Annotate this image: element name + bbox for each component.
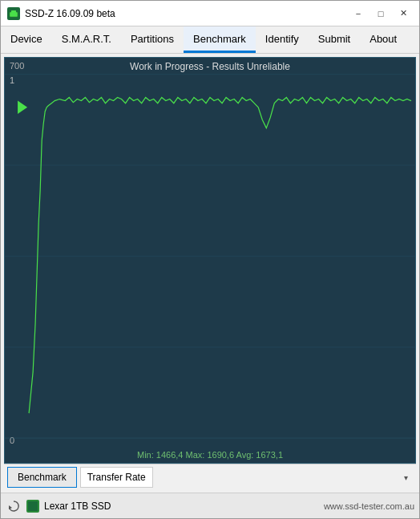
drive-icon [26,500,39,513]
content-area: Work in Progress - Results Unreliable 70… [1,54,419,493]
close-button[interactable]: ✕ [394,6,413,22]
menu-item-submit[interactable]: Submit [309,26,360,53]
menu-item-smart[interactable]: S.M.A.R.T. [52,26,121,53]
benchmark-chart: Work in Progress - Results Unreliable 70… [4,57,416,464]
window-title: SSD-Z 16.09.09 beta [25,8,115,19]
status-left: Lexar 1TB SSD [6,498,111,514]
title-bar-left: SSD-Z 16.09.09 beta [7,7,115,20]
chart-svg [5,58,415,463]
benchmark-button[interactable]: Benchmark [7,467,77,488]
main-window: SSD-Z 16.09.09 beta − □ ✕ Device S.M.A.R… [0,0,420,519]
maximize-button[interactable]: □ [371,6,390,22]
chevron-down-icon: ▾ [404,472,408,481]
minimize-button[interactable]: − [349,6,368,22]
website-url: www.ssd-tester.com.au [324,501,414,511]
title-bar: SSD-Z 16.09.09 beta − □ ✕ [1,1,419,26]
menu-item-partitions[interactable]: Partitions [121,26,184,53]
chart-title: Work in Progress - Results Unreliable [5,61,415,72]
svg-rect-1 [11,10,16,13]
menu-item-benchmark[interactable]: Benchmark [184,26,256,53]
menu-item-device[interactable]: Device [1,26,52,53]
status-refresh-icon [6,498,22,514]
svg-marker-7 [18,101,27,114]
menu-item-identify[interactable]: Identify [256,26,309,53]
transfer-select[interactable]: Transfer Rate IOPS Access Time Burst Rat… [80,467,153,488]
menu-item-about[interactable]: About [360,26,406,53]
bottom-bar: Benchmark Transfer Rate IOPS Access Time… [4,464,416,489]
drive-name: Lexar 1TB SSD [44,501,111,512]
status-bar: Lexar 1TB SSD www.ssd-tester.com.au [1,493,419,518]
app-icon [7,7,20,20]
transfer-select-wrapper: Transfer Rate IOPS Access Time Burst Rat… [80,467,413,488]
menu-bar: Device S.M.A.R.T. Partitions Benchmark I… [1,26,419,54]
svg-marker-8 [9,505,12,509]
window-controls: − □ ✕ [349,6,413,22]
